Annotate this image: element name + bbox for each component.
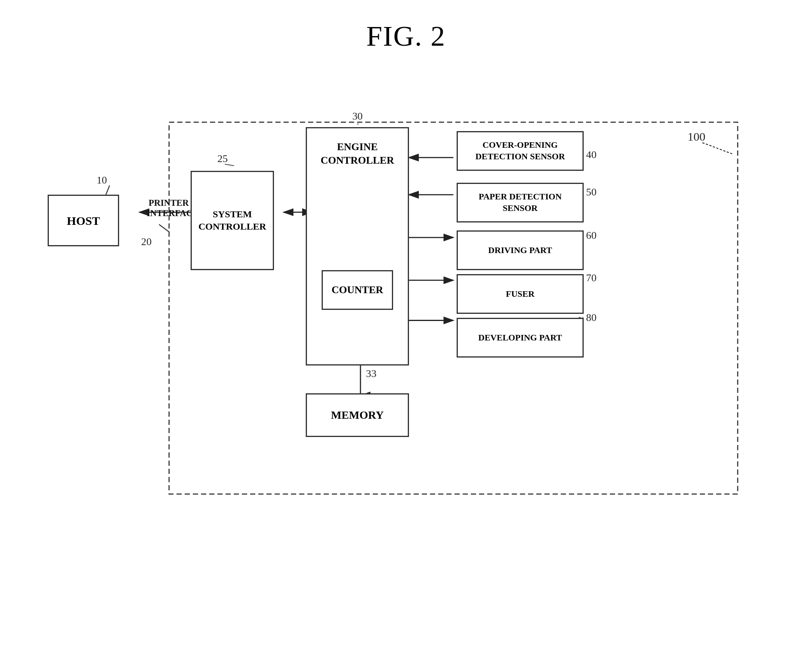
engine-controller-block: ENGINECONTROLLER (306, 127, 409, 365)
svg-text:100: 100 (688, 130, 706, 143)
developing-part-label: DEVELOPING PART (478, 332, 562, 344)
host-block: HOST (48, 195, 119, 246)
svg-text:33: 33 (366, 368, 376, 379)
host-label: HOST (67, 213, 100, 228)
driving-part-label: DRIVING PART (488, 245, 552, 256)
cover-opening-label: COVER-OPENINGDETECTION SENSOR (475, 139, 565, 162)
svg-line-10 (159, 224, 169, 232)
svg-text:PRINTER: PRINTER (149, 198, 189, 208)
counter-block: COUNTER (322, 270, 393, 310)
svg-text:20: 20 (141, 236, 152, 247)
fuser-label: FUSER (506, 288, 534, 300)
counter-label: COUNTER (332, 284, 383, 296)
paper-detection-label: PAPER DETECTIONSENSOR (478, 191, 561, 214)
svg-text:30: 30 (352, 110, 363, 122)
svg-line-23 (225, 164, 234, 166)
system-controller-block: SYSTEMCONTROLLER (191, 171, 274, 270)
cover-opening-block: COVER-OPENINGDETECTION SENSOR (457, 131, 584, 171)
svg-line-20 (106, 186, 110, 195)
engine-controller-label: ENGINECONTROLLER (307, 140, 408, 167)
system-controller-label: SYSTEMCONTROLLER (199, 208, 266, 233)
driving-part-block: DRIVING PART (457, 230, 584, 270)
memory-block: MEMORY (306, 393, 409, 437)
fuser-block: FUSER (457, 274, 584, 314)
memory-label: MEMORY (331, 408, 384, 422)
paper-detection-block: PAPER DETECTIONSENSOR (457, 183, 584, 222)
svg-text:25: 25 (217, 153, 228, 164)
page-title: FIG. 2 (0, 0, 812, 53)
developing-part-block: DEVELOPING PART (457, 318, 584, 358)
svg-text:10: 10 (96, 174, 107, 186)
